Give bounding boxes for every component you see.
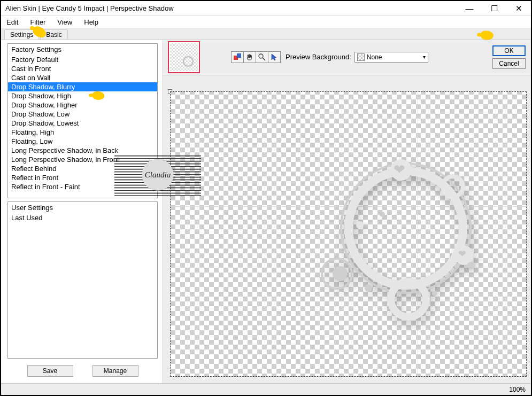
window-controls: — ☐ ✕ (457, 1, 531, 15)
color-swap-icon[interactable] (231, 51, 244, 63)
maximize-button[interactable]: ☐ (482, 1, 506, 15)
svg-point-2 (259, 54, 263, 58)
user-settings-list[interactable]: User Settings Last Used (7, 201, 158, 359)
cancel-button[interactable]: Cancel (492, 58, 526, 69)
list-item[interactable]: Factory Default (8, 55, 157, 64)
list-item[interactable]: Drop Shadow, Lowest (8, 119, 157, 128)
list-item[interactable]: Drop Shadow, Blurry (8, 82, 157, 91)
artwork: ❤ ❤ (307, 129, 510, 332)
preview-area[interactable]: ❤ ❤ (163, 75, 531, 383)
list-item[interactable]: Drop Shadow, Higher (8, 100, 157, 110)
list-item[interactable]: Cast in Front (8, 64, 157, 73)
preview-canvas[interactable]: ❤ ❤ (170, 91, 527, 377)
chevron-down-icon: ▾ (423, 54, 426, 60)
close-button[interactable]: ✕ (506, 1, 531, 15)
list-item[interactable]: Last Used (8, 213, 157, 222)
preview-thumbnail[interactable] (168, 41, 200, 73)
list-item[interactable]: Floating, High (8, 128, 157, 137)
hand-tool-icon[interactable] (243, 51, 256, 63)
preview-bg-label: Preview Background: (286, 53, 351, 61)
minimize-button[interactable]: — (457, 1, 482, 15)
svg-line-3 (263, 58, 265, 60)
svg-rect-1 (237, 53, 241, 58)
heart-icon: ❤ (458, 248, 466, 260)
zoom-level: 100% (509, 386, 526, 393)
save-button[interactable]: Save (27, 365, 73, 377)
preview-bg-row: Preview Background: None ▾ (286, 52, 428, 63)
ok-button[interactable]: OK (492, 45, 526, 56)
arrow-tool-icon[interactable] (268, 51, 281, 63)
window-title: Alien Skin | Eye Candy 5 Impact | Perspe… (5, 4, 174, 12)
list-item[interactable]: Drop Shadow, High (8, 91, 157, 100)
preview-bg-select[interactable]: None ▾ (354, 52, 428, 63)
tabbar: Settings Basic (1, 28, 531, 40)
zoom-tool-icon[interactable] (256, 51, 268, 63)
titlebar: Alien Skin | Eye Candy 5 Impact | Perspe… (1, 1, 531, 16)
manage-button[interactable]: Manage (92, 365, 138, 377)
settings-button-row: Save Manage (7, 362, 158, 379)
factory-settings-header: Factory Settings (8, 44, 157, 55)
heart-icon: ❤ (394, 161, 405, 178)
list-item[interactable]: Floating, Low (8, 137, 157, 146)
menubar: Edit Filter View Help (1, 16, 531, 28)
settings-panel: Factory Settings Factory DefaultCast in … (1, 40, 163, 383)
menu-view[interactable]: View (55, 17, 74, 27)
menu-edit[interactable]: Edit (4, 17, 20, 27)
user-settings-header: User Settings (8, 202, 157, 213)
list-item[interactable]: Cast on Wall (8, 73, 157, 82)
statusbar: 100% (1, 383, 531, 395)
menu-help[interactable]: Help (82, 17, 101, 27)
pointer-annotation-icon (92, 91, 104, 100)
pointer-annotation-icon (481, 31, 494, 40)
watermark: Claudia (114, 154, 201, 196)
list-item[interactable]: Drop Shadow, Low (8, 110, 157, 119)
toolbar: Preview Background: None ▾ OK Cancel (163, 40, 531, 75)
preview-panel: Preview Background: None ▾ OK Cancel (163, 40, 531, 383)
preview-bg-value: None (367, 53, 382, 61)
checker-swatch-icon (357, 53, 365, 61)
tool-icons (231, 51, 280, 63)
